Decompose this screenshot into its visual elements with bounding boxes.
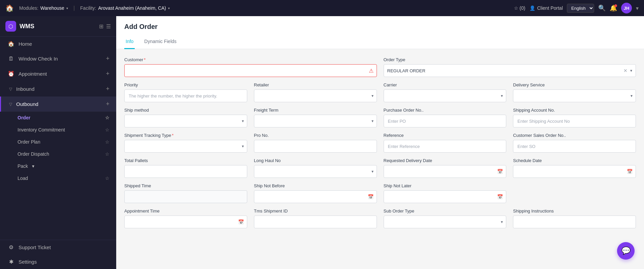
order-type-label: Order Type — [384, 57, 636, 62]
brand-actions: ⊞ ☰ — [99, 23, 111, 30]
sidebar-item-support-ticket[interactable]: ⚙ Support Ticket — [0, 240, 116, 255]
shipping-instructions-input[interactable] — [513, 216, 636, 228]
sub-order-type-select[interactable] — [384, 216, 507, 228]
calendar-icon[interactable]: 📅 — [497, 194, 503, 199]
add-icon[interactable]: + — [106, 55, 109, 62]
sidebar-sub-item-pack[interactable]: Pack ▾ — [0, 160, 116, 172]
star-icon[interactable]: ☆ — [105, 115, 109, 120]
tab-dynamic-fields[interactable]: Dynamic Fields — [143, 36, 178, 49]
sidebar-sub-item-inventory-commitment[interactable]: Inventory Commitment ☆ — [0, 124, 116, 136]
sidebar-item-settings[interactable]: ✱ Settings — [0, 255, 116, 269]
add-icon[interactable]: + — [106, 85, 109, 92]
customer-label: Customer* — [124, 57, 377, 62]
modules-dropdown-icon[interactable]: ▾ — [66, 6, 68, 10]
ship-method-label: Ship method — [124, 108, 247, 113]
star-icon[interactable]: ☆ — [105, 151, 109, 157]
sidebar-item-appointment[interactable]: ⏰ Appointment + — [0, 66, 116, 81]
carrier-label: Carrier — [384, 82, 507, 87]
dropdown-icon[interactable]: ▾ — [630, 68, 632, 73]
sub-order-type-select-wrapper — [384, 216, 507, 228]
sidebar-sub-item-load[interactable]: Load ☆ — [0, 172, 116, 184]
favorites-section[interactable]: ☆ (0) — [514, 5, 525, 11]
priority-label: Priority — [124, 82, 247, 87]
appointment-time-input-wrapper: 📅 — [124, 216, 247, 228]
calendar-icon[interactable]: 📅 — [627, 169, 633, 174]
customer-sales-input[interactable] — [513, 140, 636, 153]
star-icon[interactable]: ☆ — [105, 139, 109, 145]
facility-dropdown-icon[interactable]: ▾ — [168, 6, 170, 10]
shipment-tracking-label: Shipment Tracking Type* — [124, 133, 247, 138]
add-icon[interactable]: + — [106, 70, 109, 77]
sidebar-item-home[interactable]: 🏠 Home — [0, 37, 116, 51]
purchase-order-label: Purchase Order No.. — [384, 108, 507, 113]
requested-delivery-label: Requested Delivery Date — [384, 158, 507, 163]
shipping-account-input[interactable] — [513, 115, 636, 127]
home-nav-icon[interactable]: 🏠 — [5, 4, 14, 12]
carrier-select[interactable] — [384, 89, 507, 102]
requested-delivery-input[interactable] — [384, 165, 507, 178]
appointment-time-input[interactable] — [124, 216, 247, 228]
language-select[interactable]: English — [567, 4, 594, 13]
calendar-icon[interactable]: 📅 — [497, 169, 503, 174]
reference-field: Reference — [384, 133, 507, 153]
delivery-service-select-wrapper — [513, 89, 636, 102]
customer-input[interactable] — [124, 64, 377, 77]
total-pallets-label: Total Pallets — [124, 158, 247, 163]
delivery-service-label: Delivery Service — [513, 82, 636, 87]
sidebar-item-outbound[interactable]: ▽ Outbound + — [0, 97, 116, 112]
ship-method-field: Ship method — [124, 108, 247, 127]
retailer-select[interactable] — [254, 89, 377, 102]
calendar-icon[interactable]: 📅 — [238, 219, 244, 225]
star-icon[interactable]: ☆ — [105, 176, 109, 181]
requested-delivery-input-wrapper: 📅 — [384, 165, 507, 178]
facility-value: Arovast Anaheim (Anaheim, CA) — [98, 5, 166, 11]
nav-right-section: ☆ (0) 👤 Client Portal English 🔍 🔔 JH ▾ — [514, 3, 639, 13]
sidebar-sub-item-order-plan[interactable]: Order Plan ☆ — [0, 136, 116, 148]
ship-method-select[interactable] — [124, 115, 247, 127]
reference-input[interactable] — [384, 140, 507, 153]
chat-fab-button[interactable]: 💬 — [617, 242, 635, 260]
sidebar-item-inbound[interactable]: ▽ Inbound + — [0, 81, 116, 97]
tms-shipment-input[interactable] — [254, 216, 377, 228]
shipped-time-field: Shipped Time — [124, 183, 247, 203]
long-haul-select[interactable] — [254, 165, 377, 178]
priority-input[interactable] — [124, 89, 247, 102]
long-haul-label: Long Haul No — [254, 158, 377, 163]
tab-info[interactable]: Info — [124, 36, 135, 49]
sidebar-item-label: Settings — [19, 259, 109, 265]
schedule-date-input[interactable] — [513, 165, 636, 178]
menu-icon[interactable]: ☰ — [106, 23, 111, 30]
clear-icon[interactable]: ✕ — [623, 68, 627, 73]
sidebar-sub-item-order-dispatch[interactable]: Order Dispatch ☆ — [0, 148, 116, 160]
sidebar-sub-item-order[interactable]: Order ☆ — [0, 112, 116, 124]
delivery-service-select[interactable] — [513, 89, 636, 102]
search-button[interactable]: 🔍 — [598, 4, 606, 12]
order-type-wrapper[interactable]: REGULAR ORDER ✕ ▾ — [384, 64, 636, 77]
sidebar-item-label: Outbound — [16, 101, 102, 107]
form-area: Customer* ⚠ Order Type REGULAR ORDER ✕ ▾ — [116, 49, 644, 269]
customer-sales-field: Customer Sales Order No.. — [513, 133, 636, 153]
favorites-count: (0) — [520, 5, 525, 11]
star-icon[interactable]: ☆ — [105, 127, 109, 132]
freight-term-select-wrapper — [254, 115, 377, 127]
grid-icon[interactable]: ⊞ — [99, 23, 103, 30]
sidebar-item-window-check-in[interactable]: 🗓 Window Check In + — [0, 51, 116, 66]
page-header: Add Order Info Dynamic Fields — [116, 16, 644, 49]
total-pallets-input[interactable] — [124, 165, 247, 178]
shipped-time-input[interactable] — [124, 190, 247, 203]
avatar[interactable]: JH — [621, 3, 632, 13]
purchase-order-input[interactable] — [384, 115, 507, 127]
calendar-icon[interactable]: 📅 — [368, 194, 374, 199]
shipment-tracking-select[interactable] — [124, 140, 247, 153]
freight-term-select[interactable] — [254, 115, 377, 127]
ship-not-before-input[interactable] — [254, 190, 377, 203]
client-portal-link[interactable]: 👤 Client Portal — [529, 5, 563, 11]
clock-icon: ⏰ — [8, 71, 14, 77]
chevron-down-icon: ▽ — [9, 87, 12, 91]
notifications-button[interactable]: 🔔 — [610, 4, 617, 12]
avatar-dropdown-icon[interactable]: ▾ — [636, 5, 639, 11]
ship-not-later-input[interactable] — [384, 190, 507, 203]
total-pallets-field: Total Pallets — [124, 158, 247, 178]
pro-no-input[interactable] — [254, 140, 377, 153]
add-icon[interactable]: + — [106, 101, 109, 108]
